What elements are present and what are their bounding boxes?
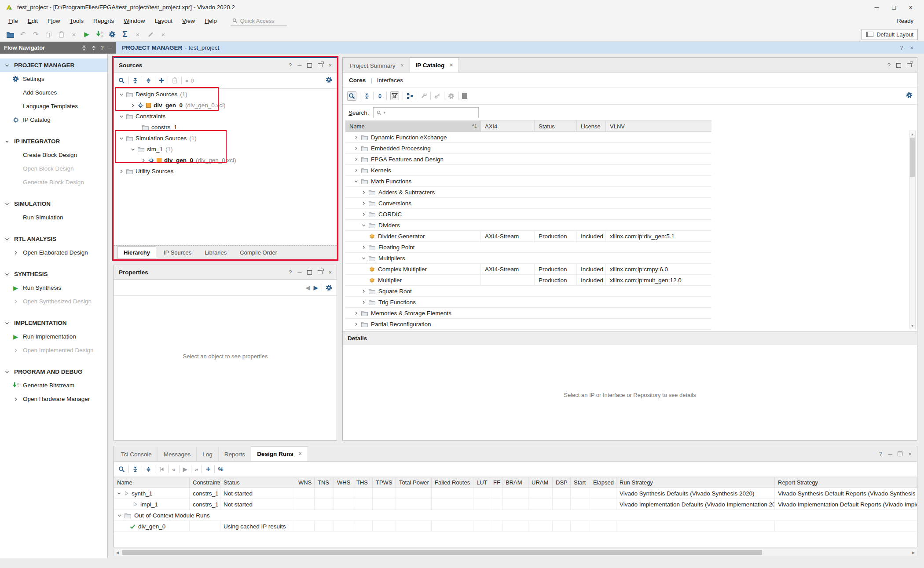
- gear-icon[interactable]: [326, 76, 332, 83]
- maximize-icon[interactable]: [307, 270, 312, 275]
- catalog-row[interactable]: Math Functions: [345, 176, 711, 187]
- layout-selector[interactable]: Default Layout: [862, 29, 918, 40]
- tab-reports[interactable]: Reports: [219, 447, 251, 461]
- chevron-down-icon[interactable]: [131, 147, 135, 152]
- column-name[interactable]: Name: [114, 477, 190, 488]
- maximize-icon[interactable]: [307, 63, 312, 68]
- column-license[interactable]: License: [577, 121, 606, 131]
- scrollbar-thumb[interactable]: [122, 550, 762, 555]
- close-icon[interactable]: ×: [908, 451, 912, 457]
- catalog-row[interactable]: Conversions: [345, 198, 711, 209]
- float-icon[interactable]: [907, 63, 912, 67]
- chevron-down-icon[interactable]: [117, 513, 121, 517]
- search-icon[interactable]: [118, 466, 125, 473]
- tab-design-runs[interactable]: Design Runs ×: [251, 446, 308, 461]
- run-row-synth-1[interactable]: synth_1 constrs_1 Not started Vivado Syn…: [114, 488, 917, 499]
- close-workspace-icon[interactable]: ×: [910, 44, 913, 51]
- subtab-interfaces[interactable]: Interfaces: [377, 77, 403, 84]
- column-ths[interactable]: THS: [353, 477, 373, 488]
- expand-all-icon[interactable]: [146, 78, 151, 84]
- chevron-down-icon[interactable]: [5, 139, 9, 144]
- nav-ip-catalog[interactable]: IP Catalog: [0, 113, 107, 127]
- nav-language-templates[interactable]: Language Templates: [0, 99, 107, 113]
- catalog-row[interactable]: Embedded Processing: [345, 143, 711, 154]
- add-sources-icon[interactable]: +: [159, 76, 164, 86]
- expand-all-icon[interactable]: [146, 466, 151, 472]
- menu-file[interactable]: File: [4, 16, 23, 26]
- menu-edit[interactable]: Edit: [23, 16, 43, 26]
- chevron-right-icon[interactable]: [362, 190, 366, 194]
- minimize-navigator-icon[interactable]: ─: [108, 45, 112, 51]
- chevron-down-icon[interactable]: [362, 256, 366, 260]
- tab-compile-order[interactable]: Compile Order: [234, 247, 283, 259]
- menu-window[interactable]: Window: [119, 16, 150, 26]
- open-folder-button[interactable]: [6, 30, 14, 38]
- column-report-strategy[interactable]: Report Strategy: [775, 477, 917, 488]
- redo-button[interactable]: ↷: [32, 30, 40, 38]
- minimize-icon[interactable]: ─: [888, 451, 892, 457]
- menu-view[interactable]: View: [177, 16, 200, 26]
- chevron-right-icon[interactable]: [362, 300, 366, 304]
- search-toggle-icon[interactable]: [347, 91, 356, 101]
- chevron-right-icon[interactable]: [354, 146, 358, 150]
- filter-icon[interactable]: [390, 91, 399, 100]
- help-icon[interactable]: ?: [289, 62, 292, 69]
- back-icon[interactable]: ◀: [305, 284, 310, 291]
- scroll-up-icon[interactable]: ▲: [909, 131, 915, 137]
- nav-run-implementation[interactable]: ▶Run Implementation: [0, 330, 107, 343]
- column-lut[interactable]: LUT: [473, 477, 490, 488]
- close-tab-icon[interactable]: ×: [401, 62, 404, 69]
- column-name[interactable]: Name^1: [345, 121, 481, 131]
- catalog-row[interactable]: Dividers: [345, 220, 711, 231]
- chevron-down-icon[interactable]: [5, 237, 9, 241]
- column-bram[interactable]: BRAM: [502, 477, 528, 488]
- section-ip-integrator[interactable]: IP INTEGRATOR: [0, 135, 107, 148]
- gear-icon[interactable]: [326, 284, 332, 291]
- tab-hierarchy[interactable]: Hierarchy: [117, 246, 156, 259]
- run-button[interactable]: ▶: [83, 30, 91, 38]
- abort-button[interactable]: ×: [159, 30, 167, 38]
- chevron-down-icon[interactable]: [117, 492, 121, 495]
- tree-item-sim-1[interactable]: sim_1(1): [114, 144, 337, 155]
- catalog-row[interactable]: Trig Functions: [345, 297, 711, 308]
- search-icon[interactable]: [118, 77, 125, 84]
- close-tab-icon[interactable]: ×: [299, 451, 302, 457]
- column-constraints[interactable]: Constraints: [190, 477, 220, 488]
- chevron-down-icon[interactable]: [119, 114, 124, 119]
- tab-project-summary[interactable]: Project Summary ×: [344, 58, 410, 73]
- column-uram[interactable]: URAM: [528, 477, 553, 488]
- chevron-right-icon[interactable]: [362, 212, 366, 216]
- float-icon[interactable]: [318, 63, 323, 67]
- tab-ip-sources[interactable]: IP Sources: [158, 247, 197, 259]
- chevron-down-icon[interactable]: [5, 63, 9, 68]
- chevron-down-icon[interactable]: [5, 202, 9, 206]
- minimize-icon[interactable]: ─: [297, 62, 301, 69]
- tab-ip-catalog[interactable]: IP Catalog ×: [410, 58, 459, 73]
- close-tab-icon[interactable]: ×: [450, 62, 453, 68]
- section-project-manager[interactable]: PROJECT MANAGER: [0, 58, 107, 72]
- nav-run-simulation[interactable]: Run Simulation: [0, 211, 107, 224]
- catalog-row[interactable]: Memories & Storage Elements: [345, 308, 711, 319]
- paste-button[interactable]: [57, 30, 65, 38]
- column-dsp[interactable]: DSP: [553, 477, 571, 488]
- close-icon[interactable]: ×: [328, 62, 332, 69]
- catalog-row[interactable]: Multipliers: [345, 253, 711, 264]
- column-start[interactable]: Start: [571, 477, 590, 488]
- minimize-icon[interactable]: ─: [297, 269, 301, 276]
- chevron-right-icon[interactable]: [354, 168, 358, 172]
- tab-tcl-console[interactable]: Tcl Console: [115, 447, 158, 461]
- section-program-and-debug[interactable]: PROGRAM AND DEBUG: [0, 365, 107, 379]
- cancel-synthesis-button[interactable]: ×: [134, 30, 142, 38]
- nav-settings[interactable]: Settings: [0, 72, 107, 86]
- run-group-out-of-context[interactable]: Out-of-Context Module Runs: [114, 510, 917, 521]
- scroll-down-icon[interactable]: ▼: [909, 323, 915, 329]
- catalog-ip-row-divider-generator[interactable]: Divider Generator AXI4-Stream Production…: [345, 231, 711, 242]
- chevron-down-icon[interactable]: [5, 370, 9, 374]
- chevron-right-icon[interactable]: [12, 251, 19, 255]
- chevron-right-icon[interactable]: [362, 289, 366, 293]
- column-failed-routes[interactable]: Failed Routes: [432, 477, 473, 488]
- section-implementation[interactable]: IMPLEMENTATION: [0, 316, 107, 330]
- horizontal-scrollbar[interactable]: ◀ ▶: [114, 549, 917, 556]
- column-whs[interactable]: WHS: [334, 477, 353, 488]
- scrollbar-thumb[interactable]: [910, 138, 915, 177]
